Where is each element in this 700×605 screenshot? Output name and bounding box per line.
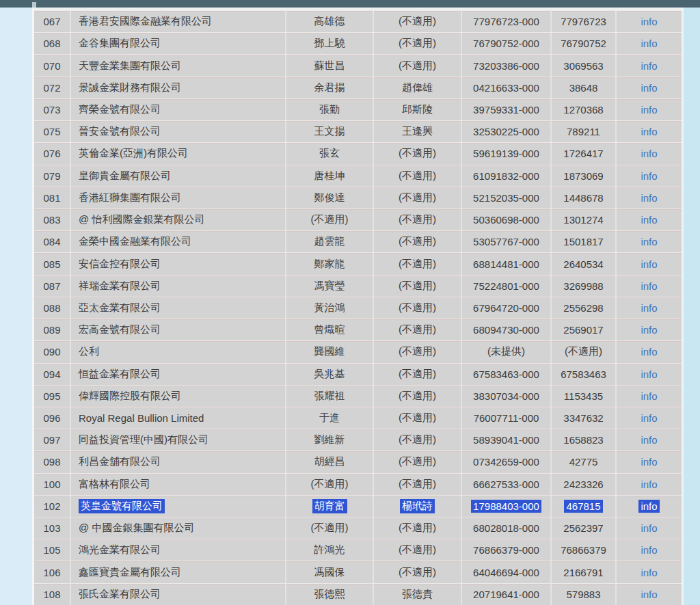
info-link[interactable]: info: [641, 589, 657, 600]
company-name-cell: 富格林有限公司: [70, 474, 285, 495]
info-cell: info: [615, 364, 682, 385]
info-cell: info: [615, 429, 682, 451]
info-cell: info: [615, 451, 682, 472]
second-manager-cell: (不適用): [373, 11, 461, 32]
row-number-cell: 100: [34, 474, 70, 495]
phone-number-cell: 68094730-000: [461, 319, 550, 340]
info-link[interactable]: info: [641, 126, 657, 137]
info-link[interactable]: info: [641, 522, 657, 534]
info-cell: info: [615, 187, 682, 209]
row-number-cell: 076: [34, 143, 70, 164]
info-cell: info: [615, 275, 682, 297]
info-link[interactable]: info: [641, 456, 657, 468]
licence-number-cell: 2562397: [550, 517, 615, 539]
info-link[interactable]: info: [641, 280, 657, 292]
info-link[interactable]: info: [641, 390, 657, 402]
info-link[interactable]: info: [641, 368, 657, 380]
info-link[interactable]: info: [641, 82, 657, 94]
second-manager-cell: (不適用): [373, 386, 461, 407]
licence-number-cell: 1726417: [550, 143, 615, 164]
licence-number-cell: 1270368: [550, 99, 615, 120]
licence-number-cell: 42775: [550, 451, 615, 472]
table-row: 096 Royal Regal Bullion Limited 于進 (不適用)…: [34, 407, 682, 429]
info-cell: info: [615, 77, 682, 98]
info-link[interactable]: info: [641, 236, 657, 247]
info-link[interactable]: info: [641, 104, 657, 116]
licence-number-cell: 1301274: [550, 209, 615, 230]
info-link[interactable]: info: [641, 148, 657, 159]
info-cell: info: [615, 231, 682, 252]
company-name-cell: 香港君安國際金融業有限公司: [70, 11, 285, 32]
info-link[interactable]: info: [638, 500, 659, 512]
table-row: 068 金谷集團有限公司 鄧上驍 (不適用) 76790752-000 7679…: [34, 32, 682, 54]
row-number-cell: 095: [34, 386, 70, 407]
manager-cell: 張德熙: [285, 584, 373, 605]
info-link[interactable]: info: [641, 170, 657, 182]
info-link[interactable]: info: [641, 214, 657, 226]
row-number-cell: 108: [34, 584, 70, 605]
phone-number-cell: 61091832-000: [461, 165, 550, 187]
info-link[interactable]: info: [641, 258, 657, 270]
phone-number-cell: 67964720-000: [461, 297, 550, 319]
manager-cell: 鄭家龍: [285, 253, 373, 274]
company-name-cell: 利昌金舖有限公司: [70, 451, 285, 472]
table-row: 097 同益投資管理(中國)有限公司 劉維新 (不適用) 58939041-00…: [34, 429, 682, 451]
phone-number-cell: 68028018-000: [461, 517, 550, 539]
licence-number-cell: 38648: [550, 77, 615, 98]
company-name-cell: 天豐金業集團有限公司: [70, 55, 285, 76]
second-manager-cell: 邱斯陵: [373, 99, 461, 120]
phone-number-cell: 66627533-000: [461, 474, 550, 495]
info-link[interactable]: info: [641, 324, 657, 336]
info-link[interactable]: info: [641, 192, 657, 204]
manager-cell: (不適用): [285, 474, 373, 495]
second-manager-cell: 張德貴: [373, 584, 461, 605]
row-number-cell: 096: [34, 407, 70, 429]
second-manager-cell: (不適用): [373, 517, 461, 539]
info-cell: info: [615, 584, 682, 605]
phone-number-cell: 64046694-000: [461, 561, 550, 582]
info-cell: info: [615, 341, 682, 362]
table-row: 067 香港君安國際金融業有限公司 高雄德 (不適用) 77976723-000…: [34, 10, 682, 32]
manager-cell: 馮國保: [285, 561, 373, 582]
table-row: 079 皇御貴金屬有限公司 唐桂坤 (不適用) 61091832-000 187…: [34, 165, 682, 187]
phone-number-cell: 52152035-000: [461, 187, 550, 209]
row-number-cell: 103: [34, 517, 70, 539]
info-link[interactable]: info: [641, 544, 657, 556]
second-manager-cell: (不適用): [373, 561, 461, 582]
info-cell: info: [615, 517, 682, 539]
table-row: 090 公利 龔國維 (不適用) (未提供) (不適用) info: [34, 340, 682, 362]
phone-number-cell: 04216633-000: [461, 77, 550, 98]
info-link[interactable]: info: [641, 346, 657, 358]
licence-number-cell: 76866379: [550, 539, 615, 561]
info-link[interactable]: info: [641, 60, 657, 72]
info-link[interactable]: info: [641, 412, 657, 424]
company-name-cell: 英皇金號有限公司: [70, 496, 285, 517]
phone-number-cell: 53057767-000: [461, 231, 550, 252]
info-link[interactable]: info: [641, 38, 657, 49]
company-name-cell: 英倫金業(亞洲)有限公司: [70, 143, 285, 164]
info-link[interactable]: info: [641, 434, 657, 446]
second-manager-cell: (不適用): [373, 231, 461, 252]
info-link[interactable]: info: [641, 567, 657, 578]
company-name-cell: 亞太金業有限公司: [70, 297, 285, 319]
row-number-cell: 105: [34, 539, 70, 561]
info-link[interactable]: info: [641, 16, 657, 27]
table-row: 083 @ 怡利國際金銀業有限公司 (不適用) (不適用) 50360698-0…: [34, 209, 682, 230]
phone-number-cell: 76007711-000: [461, 407, 550, 429]
licence-number-cell: 3347632: [550, 407, 615, 429]
second-manager-cell: (不適用): [373, 55, 461, 76]
second-manager-cell: 楊玳詩: [373, 496, 461, 517]
licence-number-cell: (不適用): [550, 341, 615, 362]
manager-cell: 胡育富: [285, 496, 373, 517]
manager-cell: 高雄德: [285, 11, 373, 32]
manager-cell: 鄧上驍: [285, 33, 373, 54]
second-manager-cell: (不適用): [373, 209, 461, 230]
info-link[interactable]: info: [641, 479, 657, 490]
row-number-cell: 079: [34, 165, 70, 187]
manager-cell: 胡經昌: [285, 451, 373, 472]
info-link[interactable]: info: [641, 302, 657, 314]
table-row: 073 齊榮金號有限公司 張勤 邱斯陵 39759331-000 1270368…: [34, 98, 682, 120]
row-number-cell: 085: [34, 253, 70, 274]
manager-cell: 許鴻光: [285, 539, 373, 561]
table-row: 095 偉輝國際控股有限公司 張耀祖 (不適用) 38307034-000 11…: [34, 385, 682, 407]
